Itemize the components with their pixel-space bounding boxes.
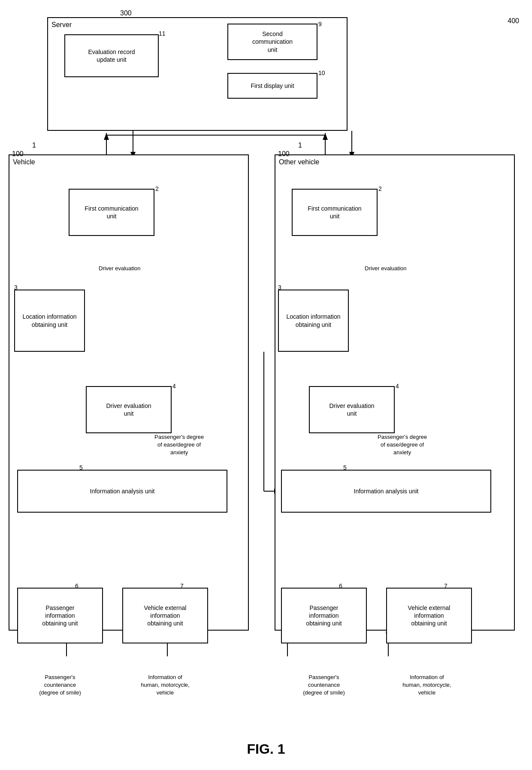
right-driver-eval-box: Driver evaluationunit	[309, 386, 395, 433]
right-driver-eval-ref: 4	[396, 383, 399, 390]
left-info-human: Information ofhuman, motorcycle,vehicle	[131, 673, 200, 697]
second-comm-label: Secondcommunicationunit	[252, 30, 293, 54]
left-first-comm-label: First communicationunit	[85, 205, 138, 220]
left-first-comm-box: First communicationunit	[69, 189, 154, 236]
left-info-analysis-label: Information analysis unit	[90, 487, 155, 495]
right-vehicle-ext-box: Vehicle externalinformationobtaining uni…	[386, 588, 472, 643]
right-first-comm-label: First communicationunit	[308, 205, 361, 220]
left-passenger-box: Passengerinformationobtaining unit	[17, 588, 103, 643]
left-info-analysis-box: Information analysis unit	[17, 470, 227, 513]
left-location-box: Location informationobtaining unit	[14, 290, 85, 352]
left-vehicle-ref1: 1	[32, 142, 36, 149]
first-display-ref: 10	[318, 69, 325, 76]
right-vehicle-ext-label: Vehicle externalinformationobtaining uni…	[408, 604, 450, 628]
left-driver-eval-label: Driver evaluationunit	[106, 402, 151, 417]
ref400: 400	[508, 17, 519, 25]
eval-record-label: Evaluation recordupdate unit	[88, 48, 135, 63]
right-vehicle-label: Other vehicle	[279, 158, 319, 167]
second-comm-box: Secondcommunicationunit	[227, 24, 317, 60]
right-passenger-countenance: Passenger'scountenance(degree of smile)	[290, 673, 358, 697]
left-vehicle-ext-ref: 7	[180, 583, 184, 589]
left-passenger-label: Passengerinformationobtaining unit	[42, 604, 78, 628]
right-driver-eval-text: Driver evaluation	[365, 265, 407, 272]
left-driver-eval-ref: 4	[172, 383, 176, 390]
right-passenger-box: Passengerinformationobtaining unit	[281, 588, 367, 643]
right-first-comm-ref: 2	[378, 185, 382, 192]
left-vehicle-ref100: 100	[12, 150, 24, 158]
second-comm-ref: 9	[318, 21, 322, 27]
left-passenger-ref: 6	[75, 583, 79, 589]
left-first-comm-ref: 2	[155, 185, 159, 192]
left-passenger-countenance: Passenger'scountenance(degree of smile)	[26, 673, 94, 697]
left-vehicle-label: Vehicle	[13, 158, 35, 167]
right-vehicle-ref1: 1	[298, 142, 302, 149]
first-display-box: First display unit	[227, 73, 317, 99]
right-info-human: Information ofhuman, motorcycle,vehicle	[393, 673, 461, 697]
right-passenger-ref: 6	[339, 583, 342, 589]
left-driver-eval-text: Driver evaluation	[99, 265, 141, 272]
server-label: Server	[51, 21, 72, 30]
right-passenger-label: Passengerinformationobtaining unit	[306, 604, 342, 628]
eval-record-box: Evaluation recordupdate unit	[64, 34, 159, 77]
right-info-analysis-box: Information analysis unit	[281, 470, 491, 513]
left-location-ref: 3	[14, 284, 18, 291]
left-info-analysis-ref: 5	[79, 464, 83, 471]
right-driver-eval-label: Driver evaluationunit	[329, 402, 374, 417]
first-display-label: First display unit	[251, 82, 294, 90]
left-vehicle-ext-box: Vehicle externalinformationobtaining uni…	[122, 588, 208, 643]
right-location-box: Location informationobtaining unit	[278, 290, 349, 352]
right-first-comm-box: First communicationunit	[292, 189, 378, 236]
diagram: Server 300 Evaluation recordupdate unit …	[0, 0, 532, 770]
right-vehicle-ref100: 100	[278, 150, 290, 158]
left-passenger-degree-text: Passenger's degreeof ease/degree ofanxie…	[154, 433, 204, 457]
left-location-label: Location informationobtaining unit	[22, 313, 76, 328]
server-ref: 300	[120, 9, 132, 17]
right-vehicle-ext-ref: 7	[444, 583, 447, 589]
right-passenger-degree-text: Passenger's degreeof ease/degree ofanxie…	[378, 433, 427, 457]
right-location-label: Location informationobtaining unit	[286, 313, 340, 328]
left-vehicle-ext-label: Vehicle externalinformationobtaining uni…	[144, 604, 187, 628]
left-driver-eval-box: Driver evaluationunit	[86, 386, 172, 433]
right-location-ref: 3	[278, 284, 281, 291]
right-info-analysis-ref: 5	[343, 464, 347, 471]
right-info-analysis-label: Information analysis unit	[354, 487, 419, 495]
fig-title: FIG. 1	[0, 741, 532, 757]
eval-record-ref: 11	[159, 30, 166, 37]
